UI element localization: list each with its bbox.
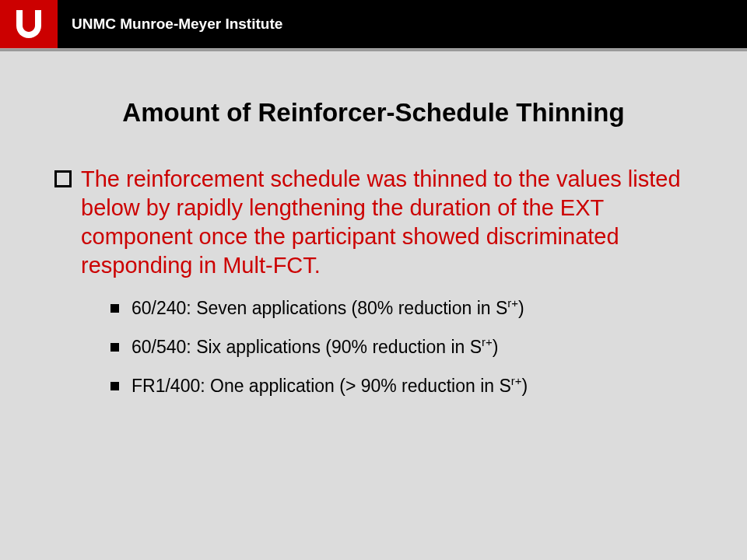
square-bullet-icon [110, 382, 119, 390]
logo [0, 0, 58, 48]
main-bullet: The reinforcement schedule was thinned t… [54, 165, 693, 280]
hollow-square-bullet-icon [54, 170, 72, 187]
institute-name: UNMC Munroe-Meyer Institute [72, 16, 282, 33]
slide-title: Amount of Reinforcer-Schedule Thinning [54, 98, 693, 128]
sub-bullet-item: 60/240: Seven applications (80% reductio… [110, 297, 693, 320]
slide-content: Amount of Reinforcer-Schedule Thinning T… [0, 51, 747, 398]
sub-bullet-text: 60/540: Six applications (90% reduction … [132, 336, 498, 359]
unmc-logo-icon [10, 5, 47, 43]
main-bullet-text: The reinforcement schedule was thinned t… [81, 165, 693, 280]
square-bullet-icon [110, 304, 119, 313]
sub-bullet-item: 60/540: Six applications (90% reduction … [110, 336, 693, 359]
header-bar: UNMC Munroe-Meyer Institute [0, 0, 747, 48]
sub-bullet-text: FR1/400: One application (> 90% reductio… [132, 375, 528, 398]
sub-bullet-text: 60/240: Seven applications (80% reductio… [132, 297, 524, 320]
square-bullet-icon [110, 343, 119, 352]
sub-bullet-list: 60/240: Seven applications (80% reductio… [110, 297, 693, 398]
sub-bullet-item: FR1/400: One application (> 90% reductio… [110, 375, 693, 398]
